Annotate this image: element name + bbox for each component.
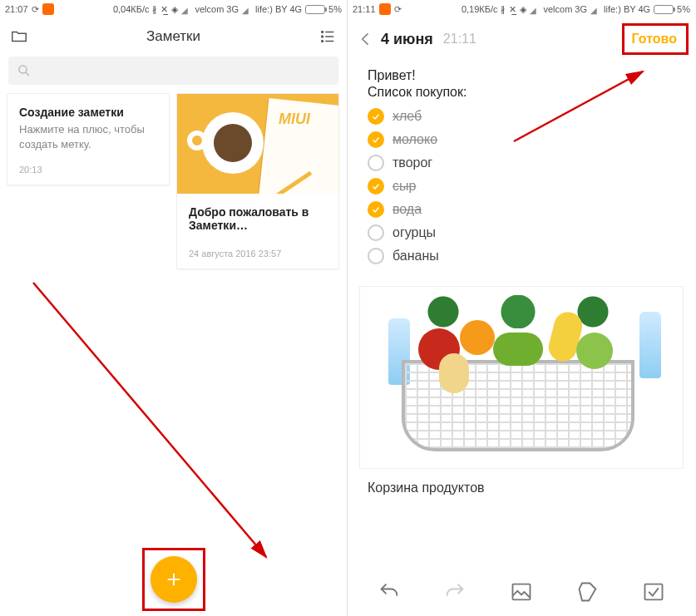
svg-line-10 (33, 283, 266, 557)
note-card[interactable]: Создание заметки Нажмите на плюс, чтобы … (7, 93, 170, 185)
carrier-2: life:) BY 4G (255, 4, 302, 14)
card-image: MIUI (177, 94, 338, 194)
app-badge-icon (379, 3, 391, 15)
net-speed: 0,04КБ/с (113, 4, 150, 14)
dnd-icon: ✕̲ (509, 4, 516, 15)
back-button[interactable] (358, 31, 374, 47)
insert-image-button[interactable] (510, 580, 533, 604)
carrier-1: velcom 3G (195, 4, 239, 14)
page-title: Заметки (37, 28, 310, 45)
checklist-label: творог (392, 155, 432, 170)
svg-line-7 (26, 72, 29, 76)
svg-point-0 (322, 32, 323, 33)
checklist-label: вода (392, 202, 422, 217)
checklist-item[interactable]: творог (368, 151, 675, 175)
note-time: 21:11 (443, 32, 476, 47)
svg-point-4 (322, 41, 323, 42)
status-time: 21:11 (353, 4, 376, 14)
card-title: Добро пожаловать в Заметки… (189, 205, 327, 232)
note-image[interactable] (359, 286, 684, 469)
svg-rect-11 (512, 584, 530, 600)
card-time: 24 августа 2016 23:57 (177, 244, 338, 269)
editor-toolbar (348, 568, 695, 616)
app-badge-icon (42, 3, 54, 15)
image-caption: Корзина продуктов (348, 476, 695, 512)
checklist-label: бананы (392, 249, 439, 264)
note-date: 4 июня (381, 31, 433, 48)
checklist-label: огурцы (392, 225, 436, 240)
note-body[interactable]: Привет! Список покупок: хлебмолокотворог… (348, 60, 695, 268)
status-bar: 21:07 ⟳ 0,04КБ/с ∦ ✕̲ ◈ velcom 3G life:)… (0, 0, 347, 18)
card-subtitle: Нажмите на плюс, чтобы создать метку. (19, 122, 157, 151)
carrier-2: life:) BY 4G (604, 4, 650, 14)
signal-icon-2 (590, 5, 600, 13)
notes-header: Заметки (0, 18, 347, 55)
wifi-icon: ◈ (520, 4, 526, 15)
svg-rect-12 (645, 584, 663, 600)
checklist-label: хлеб (392, 109, 422, 124)
battery-icon (305, 5, 325, 14)
checklist-item[interactable]: сыр (368, 175, 675, 198)
status-bar: 21:11 ⟳ 0,19КБ/с ∦ ✕̲ ◈ velcom 3G life:)… (348, 0, 695, 18)
svg-point-2 (322, 36, 323, 37)
checkbox-unchecked-icon[interactable] (368, 155, 384, 171)
checkbox-unchecked-icon[interactable] (368, 248, 384, 264)
signal-icon-1 (530, 5, 540, 13)
view-list-icon[interactable] (318, 27, 337, 46)
battery-pct: 5% (677, 4, 690, 14)
battery-icon (654, 5, 674, 14)
checklist-label: сыр (392, 179, 416, 194)
checklist: хлебмолокотворогсырводаогурцыбананы (368, 105, 675, 268)
svg-point-6 (19, 66, 27, 73)
checklist-item[interactable]: вода (368, 198, 675, 221)
undo-button[interactable] (378, 580, 401, 604)
checkbox-checked-icon[interactable] (368, 178, 384, 195)
bluetooth-icon: ∦ (501, 4, 506, 15)
checklist-item[interactable]: бананы (368, 244, 675, 268)
redo-button[interactable] (443, 580, 466, 604)
status-time: 21:07 (5, 4, 28, 14)
note-line-title: Список покупок: (368, 85, 675, 100)
checkbox-checked-icon[interactable] (368, 131, 384, 148)
sync-icon: ⟳ (394, 4, 402, 15)
insert-tag-button[interactable] (576, 580, 600, 604)
checklist-label: молоко (392, 132, 437, 147)
done-button[interactable]: Готово (624, 27, 685, 52)
folder-icon[interactable] (10, 27, 28, 46)
checklist-item[interactable]: молоко (368, 128, 675, 151)
insert-checklist-button[interactable] (642, 580, 665, 604)
search-input[interactable] (8, 57, 338, 85)
dnd-icon: ✕̲ (160, 4, 168, 15)
checkbox-unchecked-icon[interactable] (368, 224, 384, 241)
signal-icon-1 (181, 5, 191, 13)
bluetooth-icon: ∦ (152, 4, 157, 15)
note-header: 4 июня 21:11 Готово (348, 18, 695, 60)
sync-icon: ⟳ (32, 4, 39, 15)
carrier-1: velcom 3G (543, 4, 587, 14)
wifi-icon: ◈ (171, 4, 178, 15)
note-line-greeting: Привет! (368, 68, 675, 83)
checklist-item[interactable]: огурцы (368, 221, 675, 244)
add-note-button[interactable] (151, 556, 197, 603)
checklist-item[interactable]: хлеб (368, 105, 675, 128)
battery-pct: 5% (328, 4, 342, 14)
card-title: Создание заметки (19, 106, 157, 119)
checkbox-checked-icon[interactable] (368, 201, 384, 218)
note-card[interactable]: MIUI Добро пожаловать в Заметки… 24 авгу… (176, 93, 339, 269)
card-time: 20:13 (7, 160, 169, 185)
signal-icon-2 (242, 5, 252, 13)
net-speed: 0,19КБ/с (462, 4, 498, 14)
miui-label: MIUI (279, 111, 310, 128)
checkbox-checked-icon[interactable] (368, 108, 384, 125)
search-icon (17, 63, 32, 78)
annotation-arrow-to-fab (33, 283, 299, 574)
